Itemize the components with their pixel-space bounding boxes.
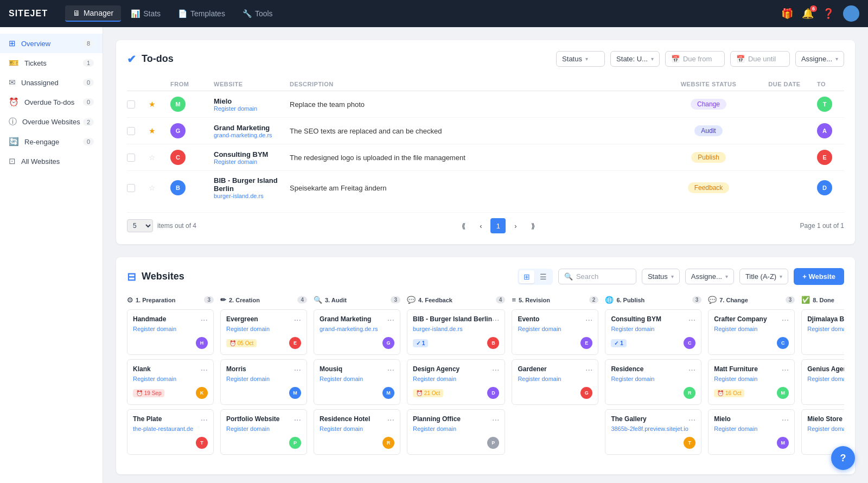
star-icon[interactable]: ★ [149,100,156,109]
websites-assignee-filter[interactable]: Assigne... ▾ [685,269,734,284]
kanban-card-link[interactable]: 3865b-2fe8f.preview.sitejet.io [611,425,688,432]
kanban-card-link[interactable]: grand-marketing.de.rs [320,326,378,332]
more-icon[interactable]: ··· [387,415,394,425]
kanban-card[interactable]: Portfolio Website Register domain ··· P [220,409,307,455]
kanban-card-link[interactable]: Register domain [413,425,456,432]
more-icon[interactable]: ··· [688,315,695,325]
kanban-card[interactable]: Evento Register domain ··· E [512,309,598,355]
last-page-btn[interactable]: ⟫ [525,218,540,233]
more-icon[interactable]: ··· [782,365,789,375]
more-icon[interactable]: ··· [294,365,301,375]
kanban-card-link[interactable]: Register domain [320,425,363,432]
website-link[interactable]: grand-marketing.de.rs [214,132,272,138]
kanban-card-link[interactable]: Register domain [714,425,757,432]
sidebar-item-unassigned[interactable]: ✉ Unassigned 0 [0,73,103,92]
due-until-filter[interactable]: 📅 Due until [730,51,790,67]
more-icon[interactable]: ··· [294,315,301,325]
kanban-card[interactable]: Planning Office Register domain ··· P [407,409,505,455]
kanban-card[interactable]: BIB - Burger Island Berlin burger-island… [407,309,505,355]
kanban-card-link[interactable]: Register domain [226,425,270,432]
kanban-card[interactable]: Morris Register domain ··· M [220,359,307,405]
more-icon[interactable]: ··· [782,315,789,325]
first-page-btn[interactable]: ⟪ [456,218,471,233]
row-checkbox[interactable] [127,154,135,162]
website-link[interactable]: Register domain [214,158,257,165]
kanban-card-link[interactable]: Register domain [807,376,844,382]
kanban-card-link[interactable]: Register domain [226,376,270,382]
kanban-card[interactable]: Grand Marketing grand-marketing.de.rs ··… [314,309,400,355]
kanban-card-link[interactable]: the-plate-restaurant.de [133,425,193,432]
kanban-card-link[interactable]: Register domain [133,376,176,382]
add-website-button[interactable]: + Website [794,268,844,285]
list-view-btn[interactable]: ☰ [535,270,551,283]
kanban-card[interactable]: Residence Hotel Register domain ··· R [314,409,400,455]
more-icon[interactable]: ··· [688,365,695,375]
more-icon[interactable]: ··· [492,315,499,325]
due-from-filter[interactable]: 📅 Due from [665,51,725,67]
row-checkbox[interactable] [127,184,135,192]
kanban-card-link[interactable]: Register domain [518,326,561,332]
gift-icon-btn[interactable]: 🎁 [781,8,793,20]
more-icon[interactable]: ··· [201,315,208,325]
kanban-card-link[interactable]: Register domain [226,326,270,332]
sidebar-item-all-websites[interactable]: ⊡ All Websites [0,151,103,171]
nav-item-templates[interactable]: 📄 Templates [170,5,233,22]
row-checkbox[interactable] [127,127,135,135]
next-page-btn[interactable]: › [508,218,523,233]
kanban-card[interactable]: Handmade Register domain ··· H [127,309,214,355]
kanban-card-link[interactable]: Register domain [611,326,654,332]
grid-view-btn[interactable]: ⊞ [519,270,534,283]
kanban-card-link[interactable]: Register domain [714,376,757,382]
kanban-card[interactable]: Genius Agency Register domain ··· G [801,359,844,405]
more-icon[interactable]: ··· [688,415,695,425]
websites-sort-filter[interactable]: Title (A-Z) ▾ [739,269,788,284]
kanban-card-link[interactable]: Register domain [413,376,456,382]
website-link[interactable]: Register domain [214,105,257,112]
more-icon[interactable]: ··· [201,365,208,375]
per-page-select[interactable]: 5 10 25 [127,219,153,232]
website-link[interactable]: burger-island.de.rs [214,193,264,199]
kanban-card[interactable]: The Plate the-plate-restaurant.de ··· T [127,409,214,455]
sidebar-item-tickets[interactable]: 🎫 Tickets 1 [0,53,103,73]
kanban-card[interactable]: Residence Register domain ··· R [605,359,701,405]
kanban-card[interactable]: Evergreen Register domain ··· ⏰ 05 Oct E [220,309,307,355]
notification-bell[interactable]: 🔔 6 [802,8,814,20]
more-icon[interactable]: ··· [492,415,499,425]
more-icon[interactable]: ··· [387,365,394,375]
sidebar-item-overdue-todos[interactable]: ⏰ Overdue To-dos 0 [0,92,103,112]
help-button[interactable]: ? [831,446,855,470]
sidebar-item-overview[interactable]: ⊞ Overview 8 [0,34,103,53]
more-icon[interactable]: ··· [294,415,301,425]
status-badge[interactable]: Audit [694,125,722,136]
assignee-filter[interactable]: Assigne... ▾ [795,51,844,67]
more-icon[interactable]: ··· [585,315,592,325]
prev-page-btn[interactable]: ‹ [473,218,488,233]
nav-item-manager[interactable]: 🖥 Manager [65,5,121,22]
star-icon[interactable]: ★ [149,126,156,135]
sidebar-item-re-engage[interactable]: 🔄 Re-engage 0 [0,132,103,151]
help-icon-btn[interactable]: ❓ [822,8,834,20]
nav-item-tools[interactable]: 🔧 Tools [235,5,280,22]
star-icon[interactable]: ☆ [149,183,156,192]
sidebar-item-overdue-websites[interactable]: ⓘ Overdue Websites 2 [0,112,103,132]
more-icon[interactable]: ··· [782,415,789,425]
kanban-card[interactable]: Matt Furniture Register domain ··· ⏰ 16 … [708,359,795,405]
more-icon[interactable]: ··· [201,415,208,425]
search-input[interactable] [576,272,630,281]
kanban-card-link[interactable]: Register domain [807,425,844,432]
kanban-card[interactable]: Djimalaya Berlin Register domain ··· D [801,309,844,355]
page-1-btn[interactable]: 1 [490,218,506,233]
nav-item-stats[interactable]: 📊 Stats [123,5,168,22]
kanban-card-link[interactable]: Register domain [611,376,654,382]
kanban-card-link[interactable]: Register domain [320,376,363,382]
more-icon[interactable]: ··· [585,365,592,375]
user-avatar[interactable] [843,5,859,22]
star-icon[interactable]: ☆ [149,153,156,162]
more-icon[interactable]: ··· [387,315,394,325]
more-icon[interactable]: ··· [492,365,499,375]
kanban-card[interactable]: The Gallery 3865b-2fe8f.preview.sitejet.… [605,409,701,455]
kanban-card-link[interactable]: Register domain [714,326,757,332]
state-filter[interactable]: State: U... ▾ [610,51,660,67]
kanban-card[interactable]: Klank Register domain ··· ⏰ 19 Sep K [127,359,214,405]
websites-status-filter[interactable]: Status ▾ [642,269,680,284]
